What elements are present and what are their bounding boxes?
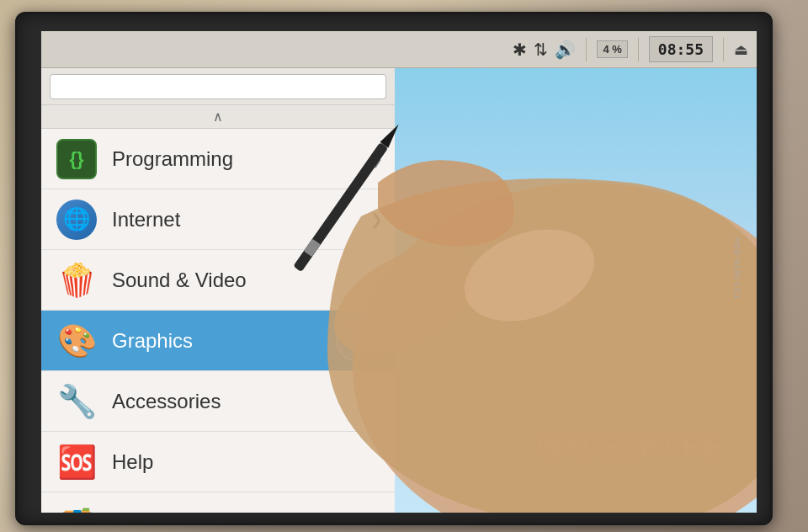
taskbar-divider-2 — [638, 38, 639, 61]
menu-item-preferences[interactable]: 🗃️ Preferences — [41, 492, 395, 513]
graphics-icon: 🎨 — [56, 321, 97, 361]
accessories-icon: 🔧 — [56, 381, 97, 422]
internet-label: Internet — [112, 208, 180, 231]
menu-list: {} Programming ❯ 🌐 Internet ❯ — [41, 129, 395, 513]
watermark: WAVESHARE — [536, 431, 723, 462]
graphics-icon-container: 🎨 — [55, 319, 98, 363]
graphics-label: Graphics — [112, 329, 193, 353]
help-icon-container: 🆘 — [55, 440, 98, 484]
internet-arrow: ❯ — [370, 210, 383, 229]
taskbar: ✱ ⇅ 🔊 4 % 08:55 ⏏ — [41, 31, 757, 68]
internet-icon: 🌐 — [56, 200, 97, 240]
preferences-icon-container: 🗃️ — [55, 501, 98, 513]
menu-panel: ∧ {} Programming ❯ 🌐 — [41, 68, 395, 513]
search-bar — [41, 68, 395, 105]
menu-item-accessories[interactable]: 🔧 Accessories — [41, 371, 395, 432]
programming-arrow: ❯ — [370, 150, 383, 168]
menu-item-sound-video[interactable]: 🍿 Sound & Video — [41, 250, 395, 311]
device-side-label: HSD-9190-LC1 — [733, 237, 742, 300]
battery-indicator: 4 % — [597, 40, 627, 58]
sound-video-label: Sound & Video — [112, 269, 247, 292]
taskbar-divider-1 — [586, 38, 587, 61]
device-screen: ✱ ⇅ 🔊 4 % 08:55 ⏏ — [41, 31, 757, 513]
preferences-label: Preferences — [112, 511, 221, 513]
help-label: Help — [112, 450, 153, 474]
device-frame: HSD-9190-LC1 ✱ ⇅ 🔊 4 % 08:55 — [15, 12, 773, 525]
eject-icon[interactable]: ⏏ — [734, 40, 748, 59]
menu-item-graphics[interactable]: 🎨 Graphics — [41, 311, 395, 371]
accessories-icon-container: 🔧 — [55, 380, 98, 423]
battery-percent: 4 % — [603, 43, 621, 56]
bluetooth-icon: ✱ — [513, 40, 527, 60]
active-circle — [336, 320, 378, 362]
volume-icon: 🔊 — [555, 40, 576, 60]
programming-icon: {} — [56, 139, 97, 179]
menu-item-help[interactable]: 🆘 Help — [41, 432, 395, 492]
taskbar-icons: ✱ ⇅ 🔊 4 % 08:55 ⏏ — [513, 36, 748, 62]
transfer-icon: ⇅ — [534, 40, 548, 60]
sound-icon-container: 🍿 — [55, 258, 98, 302]
scroll-up-arrow: ∧ — [213, 109, 223, 125]
programming-icon-container: {} — [55, 137, 98, 181]
programming-label: Programming — [112, 147, 233, 171]
accessories-label: Accessories — [112, 390, 221, 413]
menu-item-programming[interactable]: {} Programming ❯ — [41, 129, 395, 189]
scroll-up-button[interactable]: ∧ — [41, 105, 395, 129]
sound-icon: 🍿 — [56, 260, 97, 301]
taskbar-divider-3 — [723, 38, 724, 61]
menu-item-internet[interactable]: 🌐 Internet ❯ — [41, 189, 395, 250]
search-input[interactable] — [50, 74, 386, 99]
help-icon: 🆘 — [56, 442, 97, 482]
clock-display: 08:55 — [649, 36, 713, 62]
internet-icon-container: 🌐 — [55, 198, 98, 242]
preferences-icon: 🗃️ — [56, 503, 97, 513]
